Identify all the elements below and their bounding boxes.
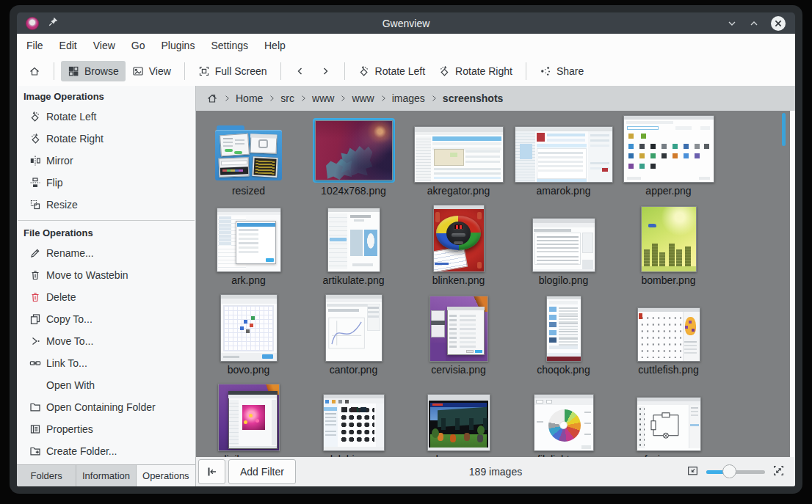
scrollbar-track[interactable] <box>790 111 795 457</box>
breadcrumb-chevron-icon <box>222 94 231 103</box>
rotate-left-icon <box>358 65 370 77</box>
sidebar-item-mirror[interactable]: Mirror <box>17 150 195 172</box>
breadcrumb-item-screenshots[interactable]: screenshots <box>440 92 506 104</box>
trash-icon <box>29 269 41 281</box>
folder-icon <box>29 401 41 413</box>
sidebar-item-open-with[interactable]: Open With <box>17 374 195 396</box>
browse-button[interactable]: Browse <box>61 61 126 81</box>
collapse-filter-button[interactable] <box>198 459 225 484</box>
thumbnail-1024x768.png[interactable]: 1024x768.png <box>301 111 406 200</box>
thumbnail-ark.png[interactable]: ark.png <box>196 200 301 290</box>
thumbnail-image <box>623 115 714 183</box>
thumbnail-amarok.png[interactable]: amarok.png <box>511 111 616 200</box>
thumbnail-akregator.png[interactable]: akregator.png <box>406 111 511 200</box>
menubar: FileEditViewGoPluginsSettingsHelp <box>17 34 795 56</box>
thumbnail-filelight.png[interactable]: filelight.png <box>511 379 616 457</box>
thumbnail-image-wrap <box>532 200 595 272</box>
thumbnail-image-wrap <box>637 379 701 451</box>
sidebar-item-open-containing-folder[interactable]: Open Containing Folder <box>17 396 195 418</box>
menu-settings[interactable]: Settings <box>203 40 256 51</box>
sidebar-item-label: Open With <box>46 379 95 391</box>
breadcrumb-home-icon[interactable] <box>206 92 218 104</box>
thumbnail-image <box>218 384 280 451</box>
thumbnail-cuttlefish.png[interactable]: cuttlefish.png <box>616 290 721 379</box>
thumbnail-label: bovo.png <box>228 364 270 376</box>
view-button-label: View <box>149 65 171 77</box>
thumbnail-digikam.png[interactable]: digikam.png <box>196 379 301 457</box>
thumbnail-image <box>546 296 581 362</box>
menu-go[interactable]: Go <box>123 40 153 51</box>
sidebar-item-move-to[interactable]: Move To... <box>17 330 195 352</box>
shade-icon[interactable] <box>726 18 738 29</box>
forward-button[interactable] <box>313 61 338 81</box>
thumbnail-apper.png[interactable]: apper.png <box>616 111 721 200</box>
breadcrumb-item-www[interactable]: www <box>309 92 337 104</box>
thumbnail-image-wrap <box>534 379 594 451</box>
rotate-left-icon <box>29 111 41 123</box>
view-image-icon <box>132 65 144 77</box>
breadcrumb-item-Home[interactable]: Home <box>233 92 266 104</box>
scrollbar-handle[interactable] <box>782 113 786 146</box>
sidebar-item-link-to[interactable]: Link To... <box>17 352 195 374</box>
thumbnail-image-wrap <box>515 111 613 183</box>
menu-plugins[interactable]: Plugins <box>153 40 203 51</box>
menu-view[interactable]: View <box>85 40 123 51</box>
share-button[interactable]: Share <box>533 61 590 81</box>
thumbnail-image <box>637 397 701 451</box>
full-screen-button[interactable]: Full Screen <box>192 61 274 81</box>
zoom-small-icon[interactable] <box>686 464 699 480</box>
close-button[interactable] <box>770 15 786 32</box>
thumbnail-blogilo.png[interactable]: blogilo.png <box>511 200 616 290</box>
sidebar-item-label: Link To... <box>46 357 87 369</box>
sidebar-item-create-folder[interactable]: Create Folder... <box>17 440 195 462</box>
rotate-left-button-label: Rotate Left <box>375 65 426 77</box>
breadcrumb-item-images[interactable]: images <box>389 92 428 104</box>
titlebar[interactable]: Gwenview <box>17 12 795 34</box>
sidebar-tab-information[interactable]: Information <box>76 465 136 486</box>
thumbnail-cervisia.png[interactable]: cervisia.png <box>406 290 511 379</box>
menu-file[interactable]: File <box>18 40 51 51</box>
thumbnail-choqok.png[interactable]: choqok.png <box>511 290 616 379</box>
thumbnail-cantor.png[interactable]: cantor.png <box>301 290 406 379</box>
thumbnail-image-wrap <box>325 290 383 362</box>
rotate-right-button[interactable]: Rotate Right <box>432 61 519 81</box>
add-filter-button[interactable]: Add Filter <box>228 459 296 484</box>
menu-edit[interactable]: Edit <box>51 40 85 51</box>
home-button[interactable] <box>22 61 47 81</box>
zoom-slider[interactable] <box>706 464 765 479</box>
sidebar-tab-folders[interactable]: Folders <box>17 465 76 486</box>
maximize-icon[interactable] <box>748 18 760 29</box>
share-button-label: Share <box>557 65 584 77</box>
thumbnail-label: artikulate.png <box>322 274 384 286</box>
thumbnail-resized[interactable]: resized <box>196 111 301 200</box>
sidebar-item-rotate-left[interactable]: Rotate Left <box>17 106 195 128</box>
browse-button-label: Browse <box>84 65 119 77</box>
sidebar-item-move-to-wastebin[interactable]: Move to Wastebin <box>17 264 195 286</box>
thumbnail-bomber.png[interactable]: bomber.png <box>616 200 721 290</box>
breadcrumb-item-src[interactable]: src <box>278 92 297 104</box>
none-icon <box>29 379 41 391</box>
thumbnail-artikulate.png[interactable]: artikulate.png <box>301 200 406 290</box>
thumbnail-dragon.png[interactable]: dragon.png <box>406 379 511 457</box>
sidebar-tab-operations[interactable]: Operations <box>137 465 195 486</box>
sidebar-section-title: Image Operations <box>17 86 195 106</box>
sidebar-item-rename[interactable]: Rename... <box>17 242 195 264</box>
rotate-left-button[interactable]: Rotate Left <box>352 61 432 81</box>
thumbnail-bovo.png[interactable]: bovo.png <box>196 290 301 379</box>
menu-help[interactable]: Help <box>256 40 294 51</box>
sidebar-item-properties[interactable]: Properties <box>17 418 195 440</box>
sidebar-item-resize[interactable]: Resize <box>17 194 195 216</box>
thumbnail-blinken.png[interactable]: blinken.png <box>406 200 511 290</box>
view-button[interactable]: View <box>126 61 178 81</box>
breadcrumb-item-www[interactable]: www <box>349 92 377 104</box>
sidebar-item-rotate-right[interactable]: Rotate Right <box>17 128 195 150</box>
zoom-fit-icon[interactable] <box>772 464 785 480</box>
sidebar-item-delete[interactable]: Delete <box>17 286 195 308</box>
sidebar-item-copy-to[interactable]: Copy To... <box>17 308 195 330</box>
sidebar-item-flip[interactable]: Flip <box>17 172 195 194</box>
zoom-slider-handle[interactable] <box>722 464 736 478</box>
back-button[interactable] <box>288 61 313 81</box>
thumbnail-fsview.png[interactable]: fsview.png <box>616 379 721 457</box>
thumbnail-dolphin.png[interactable]: dolphin.png <box>301 379 406 457</box>
thumbnail-image <box>429 296 488 362</box>
